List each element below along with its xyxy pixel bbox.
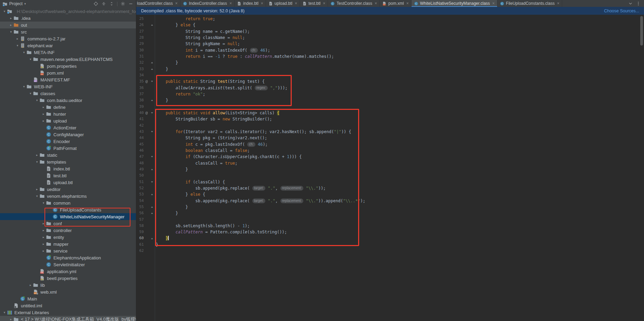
tab-close-icon[interactable]: × [375, 1, 377, 6]
code-line-37[interactable]: 37 return "ok"; [136, 91, 644, 97]
code-line-44[interactable]: 44 String pkg = (String)var2.next(); [136, 135, 644, 141]
code-line-30[interactable]: 30 int i = name.lastIndexOf( ch: 46); [136, 47, 644, 53]
code-line-36[interactable]: 36 allow(Arrays.asList(test.split( regex… [136, 85, 644, 91]
tree-item-entity[interactable]: ▸entity [0, 234, 136, 241]
tree-item-beetl-properties[interactable]: beetl.properties [0, 275, 136, 282]
tree-item-elephantcmsapplication[interactable]: CElephantcmsApplication [0, 254, 136, 261]
code-line-35[interactable]: 35@ public static String test(String tes… [136, 78, 644, 85]
fold-marker-icon[interactable] [149, 154, 155, 160]
chevron-collapsed-icon[interactable]: ▸ [41, 235, 46, 239]
code-line-40[interactable]: 40@ public static void allow(List<String… [136, 110, 644, 116]
code-line-57[interactable]: 57 [136, 217, 644, 223]
code-line-32[interactable]: 32 } [136, 60, 644, 66]
tree-item-untitled-iml[interactable]: untitled.iml [0, 302, 136, 309]
tree-item-common[interactable]: ▾common [0, 200, 136, 206]
fold-marker-icon[interactable] [149, 166, 155, 172]
code-line-46[interactable]: 46 boolean classCall = false; [136, 147, 644, 154]
tab-index-btl[interactable]: index.btl× [235, 0, 266, 7]
chevron-expanded-icon[interactable]: ▾ [35, 99, 39, 102]
tree-item-main[interactable]: CMain [0, 295, 136, 302]
tree-item-untitled[interactable]: ▾untitledH:\Desktop\vctf\web\web_archive… [0, 8, 136, 15]
tab-indexcontroller-class[interactable]: CIndexController.class× [180, 0, 235, 7]
code-line-43[interactable]: 43 for(Iterator var2 = calls.iterator();… [136, 129, 644, 135]
tree-item-lib[interactable]: ▸lib [0, 282, 136, 288]
tree-item-index-btl[interactable]: index.btl [0, 165, 136, 172]
tree-item-conf[interactable]: ▸conf [0, 220, 136, 227]
tree-item-elephant-war[interactable]: ▾elephant.war [0, 42, 136, 49]
tab-close-icon[interactable]: × [295, 1, 297, 6]
tree-item-meta-inf[interactable]: ▾META-INF [0, 49, 136, 56]
fold-marker-icon[interactable] [149, 97, 155, 103]
code-line-29[interactable]: 29 String pkgName = null; [136, 41, 644, 47]
fold-marker-icon[interactable] [149, 129, 155, 135]
tree-item-test-btl[interactable]: test.btl [0, 172, 136, 179]
chevron-collapsed-icon[interactable]: ▸ [41, 119, 46, 123]
chevron-collapsed-icon[interactable]: ▸ [9, 16, 13, 20]
collapse-all-icon[interactable] [101, 1, 106, 6]
fold-marker-icon[interactable] [149, 204, 155, 210]
fold-marker-icon[interactable] [149, 60, 155, 66]
code-line-38[interactable]: 38 } [136, 97, 644, 103]
code-line-61[interactable]: 61} [136, 242, 644, 248]
chevron-collapsed-icon[interactable]: ▸ [41, 105, 46, 109]
tab-fileuploadconstants-class[interactable]: CFileUploadConstants.class× [497, 0, 562, 7]
expand-collapse-icon[interactable] [109, 1, 114, 6]
tab-close-icon[interactable]: × [492, 1, 495, 6]
tree-item-pom-xml[interactable]: <>pom.xml [0, 69, 136, 76]
code-line-26[interactable]: 26 } else { [136, 22, 644, 28]
tree-item-static[interactable]: ▸static [0, 152, 136, 158]
fold-marker-icon[interactable] [149, 179, 155, 185]
tree-item-upload-btl[interactable]: upload.btl [0, 179, 136, 186]
tab-close-icon[interactable]: × [323, 1, 325, 6]
chevron-collapsed-icon[interactable]: ▸ [41, 229, 46, 232]
tree-item-src[interactable]: ▾src [0, 28, 136, 35]
fold-marker-icon[interactable] [149, 191, 155, 197]
code-line-31[interactable]: 31 return i == -1 ? true : callPattern.m… [136, 53, 644, 60]
tree-item-templates[interactable]: ▾templates [0, 158, 136, 165]
chevron-expanded-icon[interactable]: ▾ [41, 201, 46, 205]
tree-item-whitelistnativesecuritymanager[interactable]: CWhiteListNativeSecurityManager [0, 213, 136, 220]
tree-item-configmanager[interactable]: CConfigManager [0, 131, 136, 138]
code-line-42[interactable]: 42 [136, 123, 644, 129]
tree-item-mapper[interactable]: ▸mapper [0, 241, 136, 247]
chevron-collapsed-icon[interactable]: ▸ [41, 242, 46, 246]
project-title[interactable]: Project [9, 1, 23, 6]
tab-close-icon[interactable]: × [229, 1, 232, 6]
tree-item-fileuploadconstants[interactable]: CFileUploadConstants [0, 206, 136, 213]
tab-upload-btl[interactable]: upload.btl× [266, 0, 300, 7]
chevron-expanded-icon[interactable]: ▾ [28, 92, 33, 95]
chevron-expanded-icon[interactable]: ▾ [28, 57, 33, 61]
code-line-27[interactable]: 27 String name = c.getName(); [136, 28, 644, 35]
tree-item-classes[interactable]: ▾classes [0, 90, 136, 97]
tab-test-btl[interactable]: test.btl× [300, 0, 328, 7]
tree-item-manifest-mf[interactable]: MFMANIFEST.MF [0, 76, 136, 83]
fold-marker-icon[interactable] [149, 66, 155, 72]
code-line-48[interactable]: 48 classCall = true; [136, 160, 644, 166]
chevron-down-icon[interactable]: ▾ [24, 2, 26, 5]
tree-item-idea[interactable]: ▸.idea [0, 15, 136, 22]
chevron-collapsed-icon[interactable]: ▸ [41, 112, 46, 116]
tree-item-servletinitializer[interactable]: CServletInitializer [0, 261, 136, 268]
code-line-41[interactable]: 41 StringBuilder sb = new StringBuilder(… [136, 116, 644, 122]
chevron-expanded-icon[interactable]: ▾ [2, 311, 7, 314]
chevron-collapsed-icon[interactable]: ▸ [41, 249, 46, 253]
settings-icon[interactable] [121, 1, 125, 6]
chevron-expanded-icon[interactable]: ▾ [15, 44, 20, 47]
code-line-60[interactable]: 60 } [136, 235, 644, 241]
tree-item-pom-properties[interactable]: pom.properties [0, 63, 136, 69]
chevron-collapsed-icon[interactable]: ▸ [41, 222, 46, 225]
tab-whitelistnativesecuritymanager-class[interactable]: CWhiteListNativeSecurityManager.class× [412, 0, 497, 7]
fold-marker-icon[interactable] [149, 110, 155, 116]
code-line-59[interactable]: 59 callPattern = Pattern.compile(sb.toSt… [136, 229, 644, 235]
chevron-expanded-icon[interactable]: ▾ [2, 10, 7, 13]
chevron-collapsed-icon[interactable]: ▸ [9, 23, 13, 27]
chevron-expanded-icon[interactable]: ▾ [35, 160, 39, 164]
tab-loadcontroller-class[interactable]: loadController.class× [136, 0, 180, 7]
fold-marker-icon[interactable] [149, 210, 155, 216]
tab-testcontroller-class[interactable]: CTestController.class× [328, 0, 380, 7]
tab-close-icon[interactable]: × [557, 1, 559, 6]
code-line-56[interactable]: 56 } [136, 210, 644, 216]
code-line-51[interactable]: 51 if (classCall) { [136, 179, 644, 185]
kebab-icon[interactable] [636, 1, 641, 6]
tree-item-out[interactable]: ▸out [0, 22, 136, 28]
